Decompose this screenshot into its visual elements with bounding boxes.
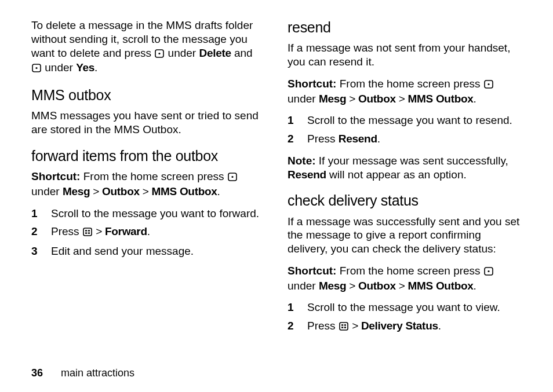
resend-shortcut-para: Shortcut: From the home screen press und… xyxy=(288,77,522,106)
heading-resend: resend xyxy=(288,19,522,36)
gt: > xyxy=(396,280,408,292)
left-column: To delete a message in the MMS drafts fo… xyxy=(31,19,265,342)
path-outbox: Outbox xyxy=(358,93,396,105)
text: under xyxy=(168,47,199,59)
step-number: 1 xyxy=(31,207,42,221)
forward-steps: 1 Scroll to the message you want to forw… xyxy=(31,207,265,258)
text: . xyxy=(94,61,97,74)
path-outbox: Outbox xyxy=(358,280,396,292)
text: and xyxy=(234,47,253,59)
gt: > xyxy=(90,185,102,197)
softkey-dot-icon xyxy=(32,62,41,76)
text: Press xyxy=(307,320,339,332)
text: Press xyxy=(51,225,82,237)
text: From the home screen press xyxy=(336,265,483,277)
svg-point-1 xyxy=(159,52,161,54)
text: . xyxy=(474,280,476,292)
shortcut-label: Shortcut: xyxy=(288,265,336,277)
path-mesg: Mesg xyxy=(63,185,90,197)
path-outbox: Outbox xyxy=(102,185,140,197)
manual-page: To delete a message in the MMS drafts fo… xyxy=(0,0,553,392)
path-mesg: Mesg xyxy=(319,280,346,292)
gt: > xyxy=(396,93,408,105)
check-steps: 1 Scroll to the message you want to view… xyxy=(288,301,522,334)
path-mesg: Mesg xyxy=(319,93,346,105)
delete-drafts-para: To delete a message in the MMS drafts fo… xyxy=(31,19,265,76)
text: . xyxy=(147,225,150,237)
svg-point-5 xyxy=(231,176,233,178)
shortcut-label: Shortcut: xyxy=(31,170,80,182)
text: From the home screen press xyxy=(336,78,483,90)
step-text: Scroll to the message you want to resend… xyxy=(307,113,522,127)
path-mms-outbox: MMS Outbox xyxy=(151,185,217,197)
svg-rect-18 xyxy=(341,327,343,328)
text: under xyxy=(45,61,76,74)
step-2: 2 Press Resend. xyxy=(288,132,522,146)
step-number: 1 xyxy=(288,301,298,314)
step-text: Press > Forward. xyxy=(51,225,265,240)
step-text: Scroll to the message you want to view. xyxy=(307,301,522,314)
gt: > xyxy=(346,280,358,292)
menu-key-icon xyxy=(83,226,92,240)
heading-forward-items: forward items from the outbox xyxy=(31,147,265,165)
resend-label: Resend xyxy=(339,133,377,145)
text: . xyxy=(474,93,476,105)
softkey-dot-icon xyxy=(155,47,164,61)
step-2: 2 Press > Forward. xyxy=(31,225,265,240)
text: . xyxy=(438,320,441,332)
delivery-status-label: Delivery Status xyxy=(361,320,438,332)
text: From the home screen press xyxy=(80,170,227,182)
step-text: Scroll to the message you want to forwar… xyxy=(51,207,265,221)
check-shortcut-para: Shortcut: From the home screen press und… xyxy=(288,264,522,293)
yes-label: Yes xyxy=(76,61,94,74)
step-2: 2 Press > Delivery Status. xyxy=(288,319,522,334)
text: If your message was sent successfully, xyxy=(316,155,508,167)
step-1: 1 Scroll to the message you want to forw… xyxy=(31,207,265,221)
shortcut-label: Shortcut: xyxy=(288,78,336,90)
svg-rect-6 xyxy=(83,228,92,236)
right-column: resend If a message was not sent from yo… xyxy=(288,19,522,342)
text: . xyxy=(217,185,220,197)
resend-steps: 1 Scroll to the message you want to rese… xyxy=(288,113,522,146)
gt: > xyxy=(352,320,361,332)
svg-rect-16 xyxy=(341,324,343,325)
step-1: 1 Scroll to the message you want to view… xyxy=(288,301,522,314)
resend-label: Resend xyxy=(288,168,326,181)
svg-point-14 xyxy=(487,270,489,272)
svg-rect-19 xyxy=(344,327,346,328)
step-3: 3 Edit and send your message. xyxy=(31,244,265,258)
gt: > xyxy=(346,93,358,105)
svg-rect-7 xyxy=(85,230,87,231)
page-number: 36 xyxy=(31,367,43,379)
svg-rect-8 xyxy=(88,230,90,231)
text: under xyxy=(31,185,63,197)
resend-note-para: Note: If your message was sent successfu… xyxy=(288,154,522,182)
svg-rect-10 xyxy=(88,233,90,234)
svg-point-12 xyxy=(487,83,489,85)
text: under xyxy=(288,93,319,105)
gt: > xyxy=(96,225,105,237)
step-1: 1 Scroll to the message you want to rese… xyxy=(288,113,522,127)
softkey-dot-icon xyxy=(484,265,493,279)
step-number: 2 xyxy=(288,132,298,146)
softkey-dot-icon xyxy=(228,171,237,185)
step-number: 2 xyxy=(288,319,298,334)
forward-label: Forward xyxy=(105,225,147,237)
svg-rect-15 xyxy=(340,323,348,330)
path-mms-outbox: MMS Outbox xyxy=(408,280,473,292)
step-text: Press > Delivery Status. xyxy=(307,319,522,334)
outbox-para: MMS messages you have sent or tried to s… xyxy=(31,109,265,137)
step-text: Edit and send your message. xyxy=(51,244,265,258)
text: under xyxy=(288,280,319,292)
page-footer: 36 main attractions xyxy=(31,367,134,379)
resend-para: If a message was not sent from your hand… xyxy=(288,41,522,69)
check-para: If a message was successfully sent and y… xyxy=(288,215,522,256)
two-columns: To delete a message in the MMS drafts fo… xyxy=(31,19,522,342)
step-number: 3 xyxy=(31,244,42,258)
step-text: Press Resend. xyxy=(307,132,522,146)
svg-rect-9 xyxy=(85,233,87,234)
step-number: 2 xyxy=(31,225,42,240)
softkey-dot-icon xyxy=(484,78,493,92)
forward-shortcut-para: Shortcut: From the home screen press und… xyxy=(31,170,265,199)
gt: > xyxy=(140,185,152,197)
